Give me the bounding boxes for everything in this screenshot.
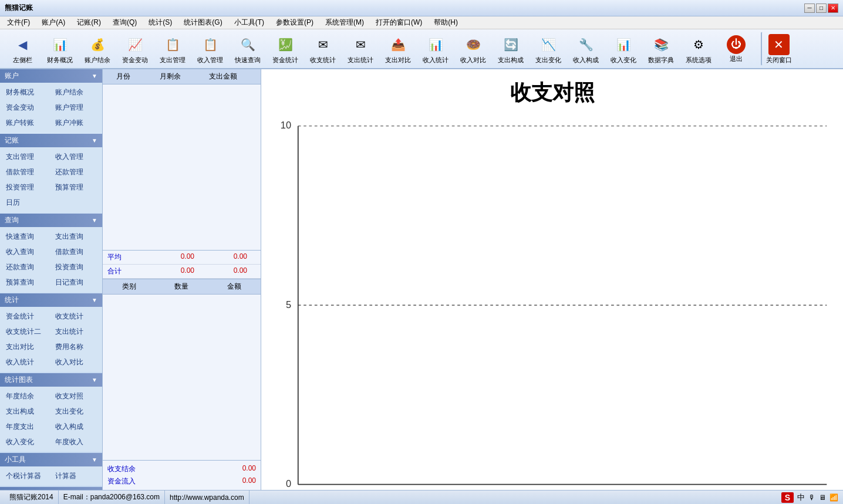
avg-balance: 0.00 <box>144 252 197 262</box>
menu-item-tools[interactable]: 小工具(T) <box>230 16 269 29</box>
sidebar-section-header-accounts[interactable]: 账户▼ <box>0 69 102 83</box>
chart-container: 0 5 10 <box>271 119 834 504</box>
sidebar-item-s-income-query[interactable]: 收入查询 <box>2 245 51 259</box>
toolbar-btn-sys-options[interactable]: ⚙系统选项 <box>681 32 716 66</box>
toolbar-btn-exit[interactable]: ⏻退出 <box>719 32 754 66</box>
sidebar-item-s-acct-balance[interactable]: 账户结余 <box>52 85 100 100</box>
close-window-label: 关闭窗口 <box>766 56 792 63</box>
toolbar-btn-expense-mgmt[interactable]: 📋支出管理 <box>155 32 190 66</box>
sidebar-item-s-income-expense-chart[interactable]: 收支对照 <box>52 389 100 404</box>
toolbar-btn-income-count[interactable]: 📊收入统计 <box>418 32 453 66</box>
sidebar-section-header-charts[interactable]: 统计图表▼ <box>0 373 102 387</box>
sidebar-item-s-budget-mgmt[interactable]: 预算管理 <box>52 180 100 195</box>
sidebar-item-s-expense-change[interactable]: 支出变化 <box>52 404 100 419</box>
status-website: http://www.wpanda.com <box>165 491 249 504</box>
sidebar-item-s-expense-mgmt[interactable]: 支出管理 <box>2 150 51 164</box>
toolbar-btn-income-stats[interactable]: ✉收支统计 <box>305 32 340 66</box>
menu-item-query[interactable]: 查询(Q) <box>108 16 141 29</box>
toolbar-btn-income-compare[interactable]: 🍩收入对比 <box>456 32 491 66</box>
toolbar-btn-expense-stats[interactable]: ✉支出统计 <box>343 32 378 66</box>
toolbar-btn-quick-query[interactable]: 🔍快速查询 <box>230 32 265 66</box>
sidebar-item-s-repay-query[interactable]: 还款查询 <box>2 260 51 275</box>
income-count-icon: 📊 <box>425 34 446 55</box>
sidebar-section-query: 查询▼快速查询支出查询收入查询借款查询还款查询投资查询预算查询日记查询 <box>0 214 102 292</box>
sidebar-item-s-tax-calc[interactable]: 个税计算器 <box>2 469 51 483</box>
sidebar-section-header-params[interactable]: 参数维护▼ <box>0 487 102 490</box>
sidebar-item-s-calendar[interactable]: 日历 <box>2 195 100 210</box>
sidebar-section-header-stats[interactable]: 统计▼ <box>0 293 102 307</box>
menubar: 文件(F)账户(A)记账(R)查询(Q)统计(S)统计图表(G)小工具(T)参数… <box>0 16 843 29</box>
sidebar-item-s-income-stats[interactable]: 收入统计 <box>2 355 51 370</box>
sidebar-item-s-budget-query[interactable]: 预算查询 <box>2 275 51 290</box>
sidebar-item-s-income-expense-stats[interactable]: 收支统计 <box>52 309 100 324</box>
toolbar-btn-finance[interactable]: 📊财务概况 <box>42 32 77 66</box>
toolbar-btn-fund-stats[interactable]: 💹资金统计 <box>268 32 303 66</box>
sidebar-item-s-expense-compare[interactable]: 支出对比 <box>2 340 51 354</box>
fund-change-label: 资金变动 <box>122 56 148 63</box>
sidebar-item-s-finance[interactable]: 财务概况 <box>2 85 51 100</box>
sidebar-item-s-income-compare[interactable]: 收入对比 <box>52 355 100 370</box>
toolbar-btn-income-mgmt[interactable]: 📋收入管理 <box>193 32 228 66</box>
toolbar-btn-back[interactable]: ◀左侧栏 <box>5 32 40 66</box>
toolbar-btn-income-change[interactable]: 📊收入变化 <box>606 32 641 66</box>
menu-item-account[interactable]: 账户(A) <box>37 16 70 29</box>
close-button[interactable]: ✕ <box>828 4 838 13</box>
sidebar-item-s-loan-query[interactable]: 借款查询 <box>52 245 100 259</box>
fund-change-icon: 📈 <box>124 34 146 55</box>
sidebar-item-s-income-compose[interactable]: 收入构成 <box>52 420 100 434</box>
sidebar-item-s-expense-query[interactable]: 支出查询 <box>52 229 100 244</box>
sidebar-item-s-loan-mgmt[interactable]: 借款管理 <box>2 165 51 180</box>
sidebar-items-tools: 个税计算器计算器 <box>0 466 102 486</box>
quick-query-icon: 🔍 <box>237 34 258 55</box>
col2-count: 数量 <box>156 282 208 292</box>
toolbar-btn-account-close[interactable]: 💰账户结余 <box>80 32 115 66</box>
sidebar-item-s-invest-query[interactable]: 投资查询 <box>52 260 100 275</box>
col-balance: 月剩余 <box>144 72 197 82</box>
minimize-button[interactable]: ─ <box>804 4 815 13</box>
sidebar-section-header-tools[interactable]: 小工具▼ <box>0 453 102 466</box>
toolbar-btn-expense-compose[interactable]: 🔄支出构成 <box>493 32 528 66</box>
toolbar-btn-close-window[interactable]: ✕关闭窗口 <box>761 32 796 66</box>
maximize-button[interactable]: □ <box>816 4 827 13</box>
sidebar-item-s-fund-change[interactable]: 资金变动 <box>2 100 51 115</box>
menu-item-help[interactable]: 帮助(H) <box>429 16 463 29</box>
sidebar-item-s-fund-stats[interactable]: 资金统计 <box>2 309 51 324</box>
sidebar-item-s-offset[interactable]: 账户冲账 <box>52 116 100 130</box>
sidebar-item-s-invest-mgmt[interactable]: 投资管理 <box>2 180 51 195</box>
close-window-icon: ✕ <box>768 34 790 55</box>
sidebar-section-header-query[interactable]: 查询▼ <box>0 214 102 227</box>
sidebar-item-s-transfer[interactable]: 账户转账 <box>2 116 51 130</box>
sidebar-item-s-year-income[interactable]: 年度收入 <box>52 435 100 449</box>
total-balance: 0.00 <box>144 266 197 276</box>
sys-options-icon: ⚙ <box>688 34 709 55</box>
sidebar-item-s-expense-name[interactable]: 费用名称 <box>52 340 100 354</box>
menu-item-windows[interactable]: 打开的窗口(W) <box>371 16 427 29</box>
sidebar-item-s-income-change[interactable]: 收入变化 <box>2 435 51 449</box>
toolbar-btn-expense-compare[interactable]: 📤支出对比 <box>380 32 416 66</box>
menu-item-settings[interactable]: 参数设置(P) <box>271 16 318 29</box>
sidebar-item-s-income-mgmt[interactable]: 收入管理 <box>52 150 100 164</box>
sidebar-item-s-year-balance[interactable]: 年度结余 <box>2 389 51 404</box>
menu-item-sysmanage[interactable]: 系统管理(M) <box>321 16 369 29</box>
sidebar-item-s-expense-stats[interactable]: 支出统计 <box>52 324 100 339</box>
toolbar-btn-income-compose[interactable]: 🔧收入构成 <box>568 32 603 66</box>
menu-item-stats[interactable]: 统计(S) <box>144 16 177 29</box>
toolbar-btn-expense-change[interactable]: 📉支出变化 <box>531 32 566 66</box>
sidebar-item-s-calculator[interactable]: 计算器 <box>52 469 100 483</box>
sidebar: 账户▼财务概况账户结余资金变动账户管理账户转账账户冲账记账▼支出管理收入管理借款… <box>0 69 103 490</box>
sidebar-item-s-expense-compose[interactable]: 支出构成 <box>2 404 51 419</box>
menu-item-bookkeep[interactable]: 记账(R) <box>72 16 106 29</box>
menu-item-charts[interactable]: 统计图表(G) <box>179 16 227 29</box>
menu-item-file[interactable]: 文件(F) <box>2 16 35 29</box>
sidebar-item-s-income-expense-stats2[interactable]: 收支统计二 <box>2 324 51 339</box>
window-controls: ─ □ ✕ <box>804 4 838 13</box>
sidebar-item-s-year-expense[interactable]: 年度支出 <box>2 420 51 434</box>
sidebar-item-s-diary-query[interactable]: 日记查询 <box>52 275 100 290</box>
toolbar-btn-data-dict[interactable]: 📚数据字典 <box>643 32 679 66</box>
sidebar-item-s-acct-mgmt[interactable]: 账户管理 <box>52 100 100 115</box>
sidebar-item-s-quick-query[interactable]: 快速查询 <box>2 229 51 244</box>
sidebar-item-s-repay-mgmt[interactable]: 还款管理 <box>52 165 100 180</box>
sidebar-section-header-bookkeep[interactable]: 记账▼ <box>0 134 102 147</box>
status-email-text: E-mail：panda2006@163.com <box>63 492 160 502</box>
toolbar-btn-fund-change[interactable]: 📈资金变动 <box>117 32 153 66</box>
